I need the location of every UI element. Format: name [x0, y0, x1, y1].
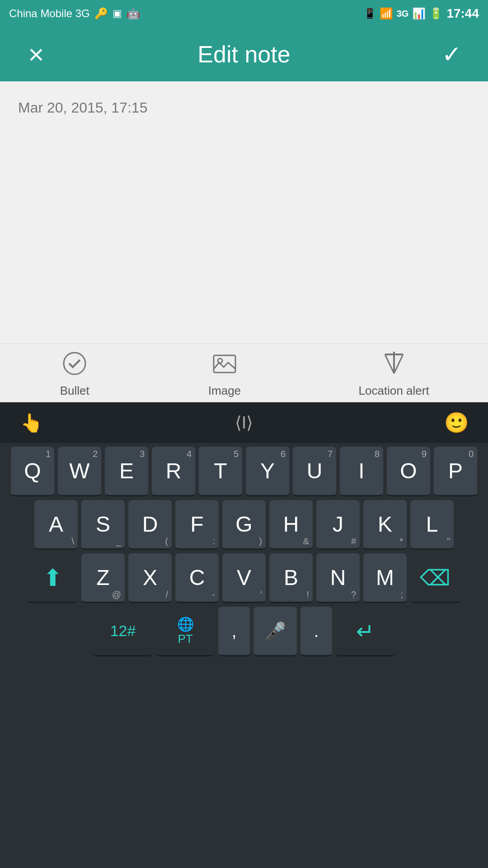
signal-icon: 📊 — [412, 7, 426, 20]
space-label: 🎤 — [265, 621, 286, 641]
key-t[interactable]: 5T — [199, 447, 242, 496]
svg-rect-1 — [214, 355, 235, 373]
key-j[interactable]: J# — [316, 500, 360, 550]
key-w[interactable]: 2W — [58, 447, 101, 496]
location-alert-label: Location alert — [359, 384, 429, 398]
note-timestamp: Mar 20, 2015, 17:15 — [18, 99, 470, 116]
comma-key[interactable]: , — [218, 607, 250, 656]
svg-line-6 — [385, 354, 394, 373]
key-icon: 🔑 — [94, 7, 108, 20]
bullet-button[interactable]: Bullet — [59, 348, 90, 398]
globe-icon: 🌐 — [177, 616, 194, 632]
enter-key[interactable]: ↵ — [336, 607, 394, 656]
key-h[interactable]: H& — [269, 500, 313, 550]
screen-icon: ▣ — [113, 8, 122, 19]
key-v[interactable]: V' — [222, 553, 266, 603]
key-s[interactable]: S_ — [81, 500, 125, 550]
svg-point-0 — [64, 353, 85, 374]
hand-pointer-icon[interactable]: 👆 — [14, 405, 50, 441]
status-left: China Mobile 3G 🔑 ▣ 🤖 — [9, 7, 140, 20]
image-label: Image — [208, 384, 241, 398]
location-alert-button[interactable]: Location alert — [359, 348, 429, 398]
note-toolbar: Bullet Image Location ale — [0, 344, 488, 402]
key-u[interactable]: 7U — [293, 447, 336, 496]
note-input[interactable] — [18, 125, 470, 333]
shift-arrow-icon: ⬆ — [43, 564, 63, 591]
emoji-icon[interactable]: 🙂 — [438, 405, 474, 441]
key-q[interactable]: 1Q — [11, 447, 54, 496]
key-o[interactable]: 9O — [387, 447, 430, 496]
numbers-key[interactable]: 12# — [94, 607, 152, 656]
language-key[interactable]: 🌐 PT — [156, 607, 215, 656]
carrier-text: China Mobile 3G — [9, 7, 90, 20]
backspace-icon: ⌫ — [420, 565, 450, 590]
image-button[interactable]: Image — [208, 348, 241, 398]
key-k[interactable]: K* — [363, 500, 407, 550]
key-y[interactable]: 6Y — [246, 447, 289, 496]
key-m[interactable]: M; — [363, 553, 407, 603]
key-p[interactable]: 0P — [434, 447, 477, 496]
key-c[interactable]: C- — [175, 553, 219, 603]
confirm-button[interactable]: ✓ — [434, 36, 470, 72]
period-key[interactable]: . — [300, 607, 332, 656]
shift-key[interactable]: ⬆ — [28, 553, 78, 603]
key-b[interactable]: B! — [269, 553, 313, 603]
note-edit-area: Mar 20, 2015, 17:15 — [0, 81, 488, 344]
location-alert-icon — [378, 348, 410, 379]
status-bar: China Mobile 3G 🔑 ▣ 🤖 📱 📶 3G 📊 🔋 17:44 — [0, 0, 488, 27]
android-icon: 🤖 — [127, 7, 140, 20]
key-z[interactable]: Z@ — [81, 553, 125, 603]
key-rows: 1Q 2W 3E 4R 5T 6Y 7U 8I 9O 0P A\ S_ D( F… — [0, 443, 488, 656]
key-e[interactable]: 3E — [105, 447, 148, 496]
backspace-key[interactable]: ⌫ — [410, 553, 460, 603]
phone-icon: 📱 — [364, 8, 376, 19]
bullet-icon — [59, 348, 90, 379]
cursor-icon[interactable]: ⟨I⟩ — [226, 405, 262, 441]
battery-icon: 🔋 — [429, 7, 443, 20]
key-n[interactable]: N? — [316, 553, 360, 603]
key-x[interactable]: X/ — [128, 553, 172, 603]
bullet-label: Bullet — [60, 384, 89, 398]
app-bar: × Edit note ✓ — [0, 27, 488, 81]
keyboard: 👆 ⟨I⟩ 🙂 1Q 2W 3E 4R 5T 6Y 7U 8I 9O 0P A\… — [0, 402, 488, 868]
keyboard-top-bar: 👆 ⟨I⟩ 🙂 — [0, 402, 488, 443]
key-f[interactable]: F: — [175, 500, 219, 550]
space-key[interactable]: 🎤 — [253, 607, 297, 656]
image-icon — [209, 348, 240, 379]
close-button[interactable]: × — [18, 36, 54, 72]
key-r[interactable]: 4R — [152, 447, 195, 496]
key-d[interactable]: D( — [128, 500, 172, 550]
enter-icon: ↵ — [356, 618, 374, 644]
wifi-icon: 📶 — [380, 7, 393, 20]
network-3g: 3G — [397, 9, 409, 19]
status-right: 📱 📶 3G 📊 🔋 17:44 — [364, 6, 479, 21]
key-a[interactable]: A\ — [34, 500, 78, 550]
key-row-3: ⬆ Z@ X/ C- V' B! N? M; ⌫ — [3, 553, 485, 603]
key-i[interactable]: 8I — [340, 447, 383, 496]
key-row-4: 12# 🌐 PT , 🎤 . ↵ — [3, 607, 485, 656]
time-display: 17:44 — [446, 6, 479, 21]
svg-line-7 — [394, 354, 403, 373]
page-title: Edit note — [197, 41, 290, 68]
key-l[interactable]: L" — [410, 500, 454, 550]
key-row-2: A\ S_ D( F: G) H& J# K* L" — [3, 500, 485, 550]
key-row-1: 1Q 2W 3E 4R 5T 6Y 7U 8I 9O 0P — [3, 447, 485, 496]
numbers-label: 12# — [110, 622, 136, 640]
key-g[interactable]: G) — [222, 500, 266, 550]
language-label: PT — [178, 632, 192, 646]
